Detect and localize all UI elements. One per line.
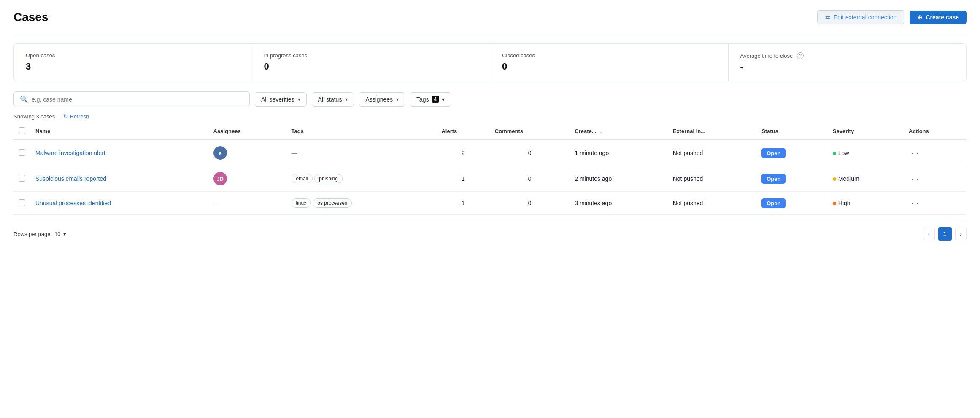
row-checkbox[interactable] [19,149,25,156]
search-icon: 🔍 [20,95,28,103]
table-header-row: Name Assignees Tags Alerts Comments Crea… [13,123,967,140]
col-header-assignees: Assignees [208,123,286,140]
stat-in-progress-label: In progress cases [264,52,478,59]
severity-indicator: Low [833,150,849,156]
col-header-external: External In... [668,123,756,140]
current-page-number[interactable]: 1 [938,227,952,241]
status-badge: Open [761,198,786,208]
rows-per-page-label: Rows per page: [13,231,52,237]
case-name-link[interactable]: Unusual processes identified [35,200,111,206]
table-footer: Rows per page: 10 ▾ ‹ 1 › [13,222,967,246]
stat-avg-time: Average time to close ? - [729,44,967,81]
rows-per-page-value: 10 [54,231,60,237]
comment-count: 0 [490,192,570,215]
search-input[interactable] [32,96,243,103]
page-title: Cases [13,11,49,24]
created-time: 1 minute ago [570,140,668,166]
select-all-header[interactable] [13,123,30,140]
stats-row: Open cases 3 In progress cases 0 Closed … [13,43,967,81]
tag-pill: phishing [314,174,343,183]
severity-dot [833,177,836,181]
stat-in-progress-value: 0 [264,61,478,72]
table-row: Suspicious emails reportedJDemailphishin… [13,166,967,192]
rows-per-page-selector[interactable]: Rows per page: 10 ▾ [13,231,66,237]
prev-page-button[interactable]: ‹ [923,228,934,240]
chevron-down-icon: ▾ [298,96,300,102]
tags-filter-dropdown[interactable]: Tags 4 ▾ [410,92,451,107]
comment-count: 0 [490,166,570,192]
assignees-filter-dropdown[interactable]: Assignees ▾ [359,92,405,107]
stat-avg-time-value: - [740,62,955,72]
refresh-icon: ↻ [63,113,68,120]
showing-count: Showing 3 cases [13,113,55,120]
chevron-down-icon: ▾ [63,231,66,237]
table-row: Unusual processes identified—linuxos pro… [13,192,967,215]
col-header-tags: Tags [286,123,437,140]
tag-pill: email [292,174,313,183]
created-time: 2 minutes ago [570,166,668,192]
tag-pill: os processes [313,198,352,208]
stat-closed: Closed cases 0 [490,44,729,81]
stat-avg-time-label: Average time to close ? [740,52,955,59]
row-actions-button[interactable]: ⋯ [909,198,921,209]
row-checkbox[interactable] [19,199,25,206]
col-header-comments: Comments [490,123,570,140]
external-status: Not pushed [668,192,756,215]
alert-count: 1 [436,166,489,192]
pagination: ‹ 1 › [923,227,967,241]
severity-dot [833,152,836,155]
select-all-checkbox[interactable] [19,127,25,134]
chevron-down-icon: ▾ [442,96,445,103]
no-assignee: — [213,200,219,206]
tag-pill: linux [292,198,311,208]
severity-indicator: Medium [833,175,859,182]
next-page-button[interactable]: › [955,228,967,240]
col-header-status: Status [756,123,828,140]
avatar: e [213,146,227,160]
edit-external-connection-button[interactable]: ⇄ Edit external connection [817,10,904,24]
severity-filter-dropdown[interactable]: All severities ▾ [255,92,307,107]
stat-open-cases: Open cases 3 [14,44,252,81]
row-actions-button[interactable]: ⋯ [909,173,921,184]
col-header-severity: Severity [828,123,904,140]
col-header-created[interactable]: Create... ↓ [570,123,668,140]
connection-icon: ⇄ [825,14,830,21]
row-actions-button[interactable]: ⋯ [909,147,921,158]
row-checkbox[interactable] [19,175,25,182]
table-meta: Showing 3 cases | ↻ Refresh [13,113,967,120]
external-status: Not pushed [668,166,756,192]
avatar: JD [213,172,227,185]
chevron-down-icon: ▾ [396,96,399,102]
status-badge: Open [761,148,786,158]
status-filter-dropdown[interactable]: All status ▾ [312,92,354,107]
cases-table: Name Assignees Tags Alerts Comments Crea… [13,123,967,215]
col-header-alerts: Alerts [436,123,489,140]
severity-indicator: High [833,200,850,206]
stat-open-cases-value: 3 [26,61,240,72]
status-badge: Open [761,174,786,184]
no-tags: — [292,150,297,156]
comment-count: 0 [490,140,570,166]
header-divider [13,35,967,35]
severity-dot [833,202,836,205]
chevron-down-icon: ▾ [345,96,348,102]
refresh-button[interactable]: ↻ Refresh [63,113,89,120]
avg-time-info-icon[interactable]: ? [797,52,804,59]
plus-icon: ⊕ [917,14,922,21]
stat-in-progress: In progress cases 0 [252,44,491,81]
search-box[interactable]: 🔍 [13,91,250,107]
external-status: Not pushed [668,140,756,166]
created-time: 3 minutes ago [570,192,668,215]
header-actions: ⇄ Edit external connection ⊕ Create case [817,10,967,24]
table-row: Malware investigation alerte—201 minute … [13,140,967,166]
filters-row: 🔍 All severities ▾ All status ▾ Assignee… [13,91,967,107]
case-name-link[interactable]: Suspicious emails reported [35,175,106,182]
sort-desc-icon: ↓ [599,128,602,134]
alert-count: 1 [436,192,489,215]
col-header-name: Name [30,123,208,140]
case-name-link[interactable]: Malware investigation alert [35,150,105,156]
col-header-actions: Actions [904,123,967,140]
alert-count: 2 [436,140,489,166]
create-case-button[interactable]: ⊕ Create case [910,11,967,24]
tags-count-badge: 4 [432,96,440,103]
